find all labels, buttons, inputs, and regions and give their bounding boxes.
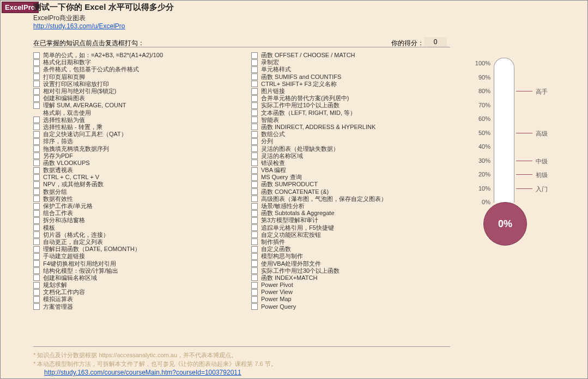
checkbox[interactable]	[251, 203, 258, 210]
checklist-item: 拆分和冻结窗格	[33, 217, 235, 224]
checkbox[interactable]	[251, 124, 258, 130]
checklist-label: 格式化日期和数字	[43, 59, 91, 66]
checkbox[interactable]	[251, 117, 258, 123]
checkbox[interactable]	[33, 52, 40, 59]
checkbox[interactable]	[33, 210, 40, 217]
checkbox[interactable]	[33, 160, 40, 166]
checkbox[interactable]	[251, 195, 258, 202]
checkbox[interactable]	[251, 145, 258, 152]
checklist-item: 打印页眉和页脚	[33, 74, 235, 81]
checkbox[interactable]	[33, 124, 40, 130]
checkbox[interactable]	[251, 217, 258, 224]
checkbox[interactable]	[33, 66, 40, 73]
checkbox[interactable]	[251, 231, 258, 238]
checkbox[interactable]	[251, 210, 258, 217]
checkbox[interactable]	[251, 224, 258, 231]
checkbox[interactable]	[251, 66, 258, 73]
checkbox[interactable]	[251, 253, 258, 260]
checkbox[interactable]	[251, 181, 258, 188]
checkbox[interactable]	[33, 88, 40, 95]
checklist-label: 方案管理器	[43, 303, 73, 310]
author-link[interactable]: http://study.163.com/u/ExcelPro	[33, 22, 125, 30]
checkbox[interactable]	[33, 181, 40, 188]
checkbox[interactable]	[33, 81, 40, 87]
checkbox[interactable]	[251, 167, 258, 174]
course-link[interactable]: http://study.163.com/course/courseMain.h…	[44, 369, 241, 376]
checkbox[interactable]	[251, 303, 258, 310]
checklist-item: 数据透视表	[33, 167, 235, 174]
checkbox[interactable]	[251, 239, 258, 245]
checkbox[interactable]	[251, 260, 258, 267]
checkbox[interactable]	[251, 152, 258, 159]
checklist-label: NPV，或其他财务函数	[43, 181, 104, 188]
checkbox[interactable]	[33, 95, 40, 102]
checkbox[interactable]	[33, 152, 40, 159]
checklist-item: 方案管理器	[33, 303, 235, 310]
checkbox[interactable]	[33, 138, 40, 145]
checkbox[interactable]	[251, 188, 258, 195]
checkbox[interactable]	[251, 246, 258, 253]
checklist-label: CTRL + C, CTRL + V	[43, 174, 99, 181]
checkbox[interactable]	[251, 174, 258, 181]
checkbox[interactable]	[251, 274, 258, 281]
checkbox[interactable]	[251, 88, 258, 95]
checkbox[interactable]	[251, 52, 258, 59]
checkbox[interactable]	[33, 195, 40, 202]
checkbox[interactable]	[33, 289, 40, 296]
checkbox[interactable]	[251, 296, 258, 303]
checkbox[interactable]	[33, 102, 40, 109]
checklist-label: Power View	[261, 289, 293, 296]
checkbox[interactable]	[251, 289, 258, 296]
checkbox[interactable]	[251, 138, 258, 145]
checkbox[interactable]	[33, 253, 40, 260]
checkbox[interactable]	[33, 188, 40, 195]
checklist-label: 自定义函数	[261, 246, 291, 253]
checkbox[interactable]	[251, 59, 258, 66]
checklist-columns: 简单的公式，如：=A2+B3, =B2*(A1+A2)/100格式化日期和数字条…	[33, 52, 453, 310]
checkbox[interactable]	[33, 145, 40, 152]
checkbox[interactable]	[251, 267, 258, 274]
checkbox[interactable]	[33, 296, 40, 303]
checkbox[interactable]	[33, 274, 40, 281]
checklist-label: 场景/敏感性分析	[261, 203, 305, 210]
checklist-item: 单元格样式	[251, 66, 453, 73]
checkbox[interactable]	[33, 167, 40, 174]
level-mark	[516, 161, 532, 161]
checkbox[interactable]	[33, 203, 40, 210]
checklist-label: 文本函数（LEFT, RIGHT, MID, 等）	[261, 109, 356, 117]
checkbox[interactable]	[33, 224, 40, 231]
checkbox[interactable]	[33, 59, 40, 66]
checklist-item: 灵活的名称区域	[251, 152, 453, 160]
checklist-label: 规划求解	[43, 282, 67, 289]
checkbox[interactable]	[251, 74, 258, 80]
checkbox[interactable]	[251, 282, 258, 289]
checkbox[interactable]	[251, 109, 258, 116]
checkbox[interactable]	[33, 174, 40, 181]
checkbox[interactable]	[33, 117, 40, 123]
checkbox[interactable]	[251, 131, 258, 138]
checkbox[interactable]	[33, 303, 40, 310]
checklist-item: 文本函数（LEFT, RIGHT, MID, 等）	[251, 109, 453, 117]
checklist-label: 函数 INDEX+MATCH	[261, 274, 317, 282]
checkbox[interactable]	[33, 239, 40, 245]
checklist-label: 创建和编辑名称区域	[43, 274, 97, 282]
checkbox[interactable]	[33, 74, 40, 80]
checkbox[interactable]	[33, 217, 40, 224]
checkbox[interactable]	[251, 81, 258, 87]
checklist-item: NPV，或其他财务函数	[33, 181, 235, 188]
checkbox[interactable]	[33, 260, 40, 267]
checkbox[interactable]	[33, 282, 40, 289]
checklist-item: 高级图表（瀑布图，气泡图，保存自定义图表）	[251, 195, 453, 203]
tick-label: 90%	[469, 74, 490, 81]
divider-bottom	[33, 346, 450, 347]
checklist-item: 自定义函数	[251, 246, 453, 253]
checkbox[interactable]	[33, 131, 40, 138]
checklist-item: 录制宏	[251, 59, 453, 66]
checkbox[interactable]	[33, 246, 40, 253]
checkbox[interactable]	[251, 95, 258, 102]
checkbox[interactable]	[251, 102, 258, 109]
checkbox[interactable]	[33, 231, 40, 238]
checkbox[interactable]	[251, 160, 258, 166]
checklist-label: Power Query	[261, 303, 296, 310]
checkbox[interactable]	[33, 267, 40, 274]
